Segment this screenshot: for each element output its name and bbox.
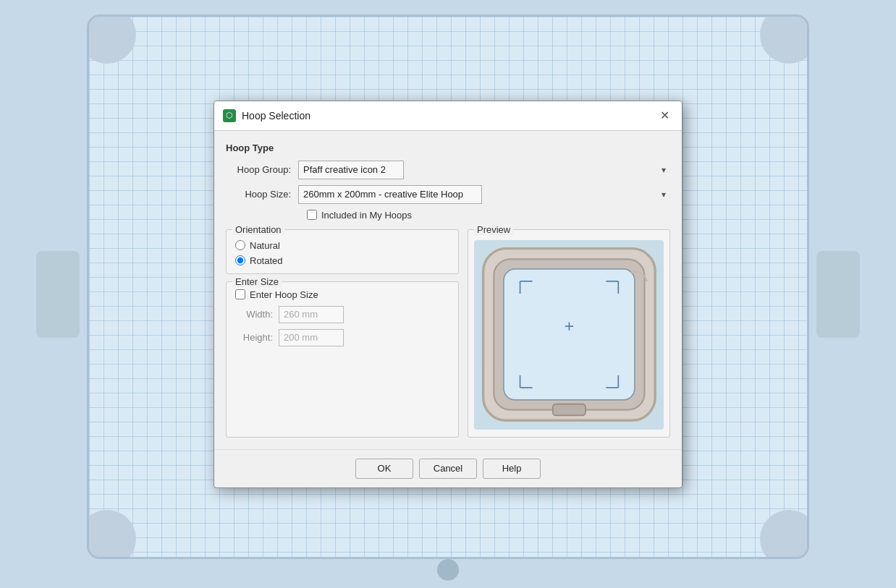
- included-checkbox-row: Included in My Hoops: [307, 210, 670, 221]
- dialog-titlebar: ⬡ Hoop Selection ✕: [214, 101, 682, 131]
- width-row: Width:: [235, 306, 449, 323]
- left-panel: Orientation Natural Rotated Enter Size: [226, 229, 459, 438]
- svg-rect-13: [552, 404, 585, 416]
- hoop-group-row: Hoop Group: Pfaff creative icon 2: [226, 161, 670, 179]
- hoop-group-label: Hoop Group:: [226, 164, 298, 175]
- enter-hoop-size-checkbox-row: Enter Hoop Size: [235, 289, 449, 300]
- dialog-title: Hoop Selection: [242, 110, 310, 122]
- close-button[interactable]: ✕: [656, 107, 673, 124]
- included-in-my-hoops-checkbox[interactable]: [307, 210, 317, 220]
- rotated-radio[interactable]: [235, 255, 245, 265]
- dialog-app-icon: ⬡: [223, 109, 236, 122]
- orientation-group: Orientation Natural Rotated: [226, 229, 459, 274]
- hoop-selection-dialog: ⬡ Hoop Selection ✕ Hoop Type Hoop Group:…: [214, 101, 682, 488]
- hoop-group-select-wrapper: Pfaff creative icon 2: [298, 161, 670, 179]
- ok-button[interactable]: OK: [355, 459, 413, 479]
- included-checkbox-label[interactable]: Included in My Hoops: [321, 210, 412, 221]
- two-column-layout: Orientation Natural Rotated Enter Size: [226, 229, 670, 438]
- svg-rect-2: [503, 269, 634, 400]
- enter-size-group: Enter Size Enter Hoop Size Width: Height…: [226, 281, 459, 438]
- natural-radio-label[interactable]: Natural: [250, 240, 280, 251]
- preview-group: Preview: [468, 229, 670, 438]
- hoop-group-select[interactable]: Pfaff creative icon 2: [298, 161, 404, 179]
- hoop-size-select-wrapper: 260mm x 200mm - creative Elite Hoop: [298, 185, 670, 204]
- rotated-radio-label[interactable]: Rotated: [250, 255, 283, 266]
- natural-radio[interactable]: [235, 240, 245, 250]
- width-label: Width:: [235, 309, 279, 320]
- dialog-overlay: ⬡ Hoop Selection ✕ Hoop Type Hoop Group:…: [0, 0, 896, 588]
- height-row: Height:: [235, 329, 449, 346]
- hoop-size-select[interactable]: 260mm x 200mm - creative Elite Hoop: [298, 185, 482, 204]
- natural-radio-row: Natural: [235, 240, 449, 251]
- height-label: Height:: [235, 332, 279, 343]
- rotated-radio-row: Rotated: [235, 255, 449, 266]
- right-panel: Preview: [468, 229, 670, 438]
- hoop-preview-svg: [479, 244, 659, 425]
- dialog-footer: OK Cancel Help: [214, 449, 682, 487]
- enter-hoop-size-label[interactable]: Enter Hoop Size: [250, 289, 318, 300]
- hoop-type-section-title: Hoop Type: [226, 142, 670, 153]
- preview-group-title: Preview: [474, 224, 513, 235]
- icon-symbol: ⬡: [226, 111, 233, 120]
- width-input[interactable]: [279, 306, 344, 323]
- title-left: ⬡ Hoop Selection: [223, 109, 310, 122]
- enter-hoop-size-checkbox[interactable]: [235, 289, 245, 299]
- hoop-size-label: Hoop Size:: [226, 189, 298, 200]
- help-button[interactable]: Help: [483, 459, 541, 479]
- cancel-button[interactable]: Cancel: [419, 459, 477, 479]
- enter-size-group-title: Enter Size: [232, 276, 282, 287]
- hoop-size-row: Hoop Size: 260mm x 200mm - creative Elit…: [226, 185, 670, 204]
- orientation-group-title: Orientation: [232, 224, 284, 235]
- hoop-preview-image: [474, 240, 664, 430]
- dialog-body: Hoop Type Hoop Group: Pfaff creative ico…: [214, 131, 682, 449]
- height-input[interactable]: [279, 329, 344, 346]
